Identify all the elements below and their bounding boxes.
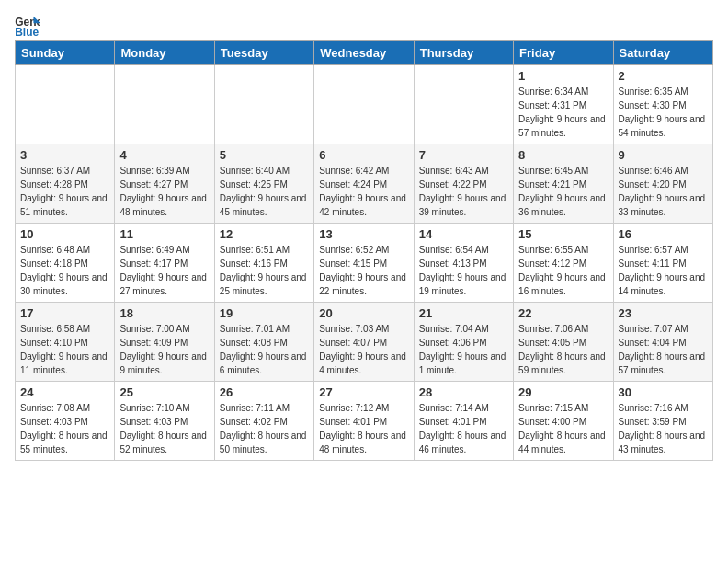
week-row-1: 3Sunrise: 6:37 AM Sunset: 4:28 PM Daylig… bbox=[16, 144, 713, 224]
calendar-cell: 7Sunrise: 6:43 AM Sunset: 4:22 PM Daylig… bbox=[414, 144, 513, 224]
day-info: Sunrise: 6:39 AM Sunset: 4:27 PM Dayligh… bbox=[119, 164, 209, 219]
calendar-cell: 21Sunrise: 7:04 AM Sunset: 4:06 PM Dayli… bbox=[414, 303, 513, 382]
calendar-cell: 4Sunrise: 6:39 AM Sunset: 4:27 PM Daylig… bbox=[115, 144, 214, 224]
day-info: Sunrise: 7:15 AM Sunset: 4:00 PM Dayligh… bbox=[518, 401, 608, 456]
day-number: 18 bbox=[119, 306, 209, 320]
day-number: 30 bbox=[619, 385, 708, 399]
calendar-cell: 18Sunrise: 7:00 AM Sunset: 4:09 PM Dayli… bbox=[115, 303, 214, 382]
day-number: 20 bbox=[319, 306, 408, 320]
calendar-cell: 11Sunrise: 6:49 AM Sunset: 4:17 PM Dayli… bbox=[115, 224, 214, 303]
calendar-cell: 15Sunrise: 6:55 AM Sunset: 4:12 PM Dayli… bbox=[514, 224, 613, 303]
calendar-cell: 28Sunrise: 7:14 AM Sunset: 4:01 PM Dayli… bbox=[414, 382, 513, 461]
day-info: Sunrise: 6:34 AM Sunset: 4:31 PM Dayligh… bbox=[518, 85, 608, 140]
day-number: 16 bbox=[619, 227, 708, 241]
day-number: 21 bbox=[419, 306, 508, 320]
day-info: Sunrise: 7:11 AM Sunset: 4:02 PM Dayligh… bbox=[220, 401, 309, 456]
day-info: Sunrise: 7:04 AM Sunset: 4:06 PM Dayligh… bbox=[419, 322, 508, 377]
day-info: Sunrise: 7:14 AM Sunset: 4:01 PM Dayligh… bbox=[419, 401, 508, 456]
day-info: Sunrise: 6:49 AM Sunset: 4:17 PM Dayligh… bbox=[119, 243, 209, 298]
day-info: Sunrise: 6:35 AM Sunset: 4:30 PM Dayligh… bbox=[619, 85, 708, 140]
calendar-cell: 26Sunrise: 7:11 AM Sunset: 4:02 PM Dayli… bbox=[214, 382, 313, 461]
calendar-cell: 27Sunrise: 7:12 AM Sunset: 4:01 PM Dayli… bbox=[314, 382, 414, 461]
week-row-0: 1Sunrise: 6:34 AM Sunset: 4:31 PM Daylig… bbox=[16, 65, 713, 144]
day-info: Sunrise: 7:07 AM Sunset: 4:04 PM Dayligh… bbox=[619, 322, 708, 377]
calendar-cell: 25Sunrise: 7:10 AM Sunset: 4:03 PM Dayli… bbox=[115, 382, 214, 461]
day-info: Sunrise: 7:10 AM Sunset: 4:03 PM Dayligh… bbox=[119, 401, 209, 456]
header-tuesday: Tuesday bbox=[214, 41, 313, 65]
page-container: General Blue SundayMondayTuesdayWednesda… bbox=[0, 0, 728, 470]
day-number: 22 bbox=[518, 306, 608, 320]
calendar-header-row: SundayMondayTuesdayWednesdayThursdayFrid… bbox=[16, 41, 713, 65]
day-info: Sunrise: 6:51 AM Sunset: 4:16 PM Dayligh… bbox=[220, 243, 309, 298]
calendar-cell bbox=[16, 65, 115, 144]
calendar-cell: 10Sunrise: 6:48 AM Sunset: 4:18 PM Dayli… bbox=[16, 224, 115, 303]
calendar-cell: 30Sunrise: 7:16 AM Sunset: 3:59 PM Dayli… bbox=[613, 382, 712, 461]
week-row-4: 24Sunrise: 7:08 AM Sunset: 4:03 PM Dayli… bbox=[16, 382, 713, 461]
day-number: 12 bbox=[220, 227, 309, 241]
calendar-cell: 14Sunrise: 6:54 AM Sunset: 4:13 PM Dayli… bbox=[414, 224, 513, 303]
week-row-3: 17Sunrise: 6:58 AM Sunset: 4:10 PM Dayli… bbox=[16, 303, 713, 382]
day-number: 9 bbox=[619, 148, 708, 162]
day-number: 26 bbox=[220, 385, 309, 399]
day-number: 29 bbox=[518, 385, 608, 399]
day-number: 24 bbox=[20, 385, 109, 399]
day-info: Sunrise: 7:06 AM Sunset: 4:05 PM Dayligh… bbox=[518, 322, 608, 377]
day-info: Sunrise: 6:45 AM Sunset: 4:21 PM Dayligh… bbox=[518, 164, 608, 219]
day-number: 13 bbox=[319, 227, 408, 241]
calendar-cell: 17Sunrise: 6:58 AM Sunset: 4:10 PM Dayli… bbox=[16, 303, 115, 382]
calendar-cell: 3Sunrise: 6:37 AM Sunset: 4:28 PM Daylig… bbox=[16, 144, 115, 224]
day-number: 27 bbox=[319, 385, 408, 399]
calendar-cell: 6Sunrise: 6:42 AM Sunset: 4:24 PM Daylig… bbox=[314, 144, 414, 224]
svg-text:Blue: Blue bbox=[15, 26, 39, 37]
day-info: Sunrise: 7:01 AM Sunset: 4:08 PM Dayligh… bbox=[220, 322, 309, 377]
day-number: 10 bbox=[20, 227, 109, 241]
calendar-cell: 13Sunrise: 6:52 AM Sunset: 4:15 PM Dayli… bbox=[314, 224, 414, 303]
header-thursday: Thursday bbox=[414, 41, 513, 65]
day-info: Sunrise: 6:46 AM Sunset: 4:20 PM Dayligh… bbox=[619, 164, 708, 219]
day-info: Sunrise: 7:08 AM Sunset: 4:03 PM Dayligh… bbox=[20, 401, 109, 456]
calendar-cell bbox=[414, 65, 513, 144]
day-number: 7 bbox=[419, 148, 508, 162]
day-number: 19 bbox=[220, 306, 309, 320]
day-info: Sunrise: 7:03 AM Sunset: 4:07 PM Dayligh… bbox=[319, 322, 408, 377]
day-info: Sunrise: 6:57 AM Sunset: 4:11 PM Dayligh… bbox=[619, 243, 708, 298]
header-wednesday: Wednesday bbox=[314, 41, 414, 65]
day-info: Sunrise: 6:52 AM Sunset: 4:15 PM Dayligh… bbox=[319, 243, 408, 298]
day-number: 15 bbox=[518, 227, 608, 241]
day-info: Sunrise: 6:40 AM Sunset: 4:25 PM Dayligh… bbox=[220, 164, 309, 219]
calendar-cell bbox=[314, 65, 414, 144]
day-info: Sunrise: 6:48 AM Sunset: 4:18 PM Dayligh… bbox=[20, 243, 109, 298]
week-row-2: 10Sunrise: 6:48 AM Sunset: 4:18 PM Dayli… bbox=[16, 224, 713, 303]
day-number: 8 bbox=[518, 148, 608, 162]
day-number: 1 bbox=[518, 69, 608, 83]
calendar-cell: 2Sunrise: 6:35 AM Sunset: 4:30 PM Daylig… bbox=[613, 65, 712, 144]
calendar-cell bbox=[115, 65, 214, 144]
day-number: 28 bbox=[419, 385, 508, 399]
day-info: Sunrise: 6:43 AM Sunset: 4:22 PM Dayligh… bbox=[419, 164, 508, 219]
calendar-cell: 20Sunrise: 7:03 AM Sunset: 4:07 PM Dayli… bbox=[314, 303, 414, 382]
day-info: Sunrise: 6:58 AM Sunset: 4:10 PM Dayligh… bbox=[20, 322, 109, 377]
calendar-table: SundayMondayTuesdayWednesdayThursdayFrid… bbox=[15, 40, 713, 461]
day-info: Sunrise: 7:00 AM Sunset: 4:09 PM Dayligh… bbox=[119, 322, 209, 377]
day-info: Sunrise: 6:42 AM Sunset: 4:24 PM Dayligh… bbox=[319, 164, 408, 219]
day-number: 6 bbox=[319, 148, 408, 162]
day-info: Sunrise: 7:12 AM Sunset: 4:01 PM Dayligh… bbox=[319, 401, 408, 456]
day-info: Sunrise: 7:16 AM Sunset: 3:59 PM Dayligh… bbox=[619, 401, 708, 456]
header-sunday: Sunday bbox=[16, 41, 115, 65]
day-number: 23 bbox=[619, 306, 708, 320]
header-friday: Friday bbox=[514, 41, 613, 65]
calendar-cell: 1Sunrise: 6:34 AM Sunset: 4:31 PM Daylig… bbox=[514, 65, 613, 144]
calendar-cell: 5Sunrise: 6:40 AM Sunset: 4:25 PM Daylig… bbox=[214, 144, 313, 224]
calendar-cell: 19Sunrise: 7:01 AM Sunset: 4:08 PM Dayli… bbox=[214, 303, 313, 382]
day-number: 4 bbox=[119, 148, 209, 162]
header-saturday: Saturday bbox=[613, 41, 712, 65]
day-number: 25 bbox=[119, 385, 209, 399]
day-number: 5 bbox=[220, 148, 309, 162]
day-number: 3 bbox=[20, 148, 109, 162]
calendar-cell: 16Sunrise: 6:57 AM Sunset: 4:11 PM Dayli… bbox=[613, 224, 712, 303]
calendar-cell: 29Sunrise: 7:15 AM Sunset: 4:00 PM Dayli… bbox=[514, 382, 613, 461]
day-number: 14 bbox=[419, 227, 508, 241]
calendar-cell: 22Sunrise: 7:06 AM Sunset: 4:05 PM Dayli… bbox=[514, 303, 613, 382]
header-monday: Monday bbox=[115, 41, 214, 65]
calendar-cell bbox=[214, 65, 313, 144]
